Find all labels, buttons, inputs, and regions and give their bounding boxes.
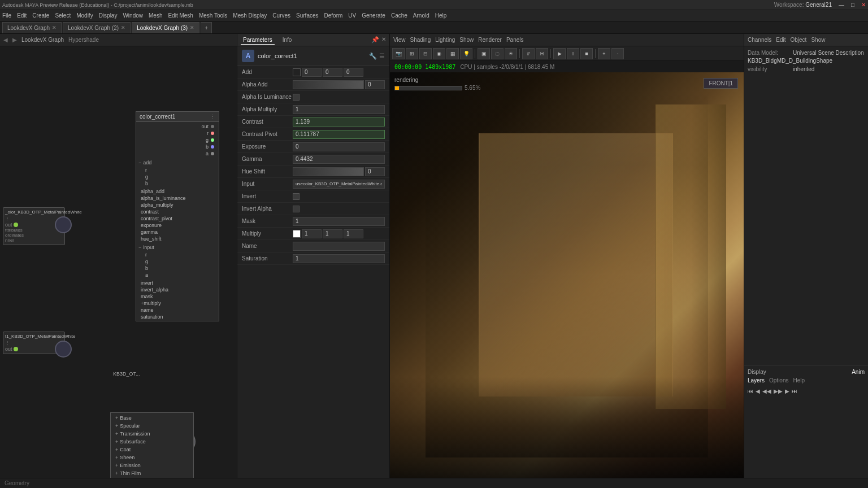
vp-btn-grid[interactable]: # [522,48,535,59]
exposure-input[interactable] [293,142,385,151]
menu-cache[interactable]: Cache [391,12,407,19]
menu-create[interactable]: Create [32,12,49,19]
menu-arnold[interactable]: Arnold [413,12,429,19]
hue-shift-slider[interactable] [293,167,364,176]
input-input[interactable] [293,180,385,189]
right-tab-layers[interactable]: Layers [748,377,765,384]
pb-next-frame[interactable]: ▶ [785,388,789,394]
params-scroll-area[interactable]: Add Alpha Add Alpha Is Luminance [237,66,389,478]
vp-btn-stop[interactable]: ■ [580,48,593,59]
viewport-canvas[interactable]: rendering 5.65% FRONT|1 [390,72,744,478]
vp-menu-view[interactable]: View [393,37,406,43]
add-color-swatch[interactable] [293,68,301,76]
vp-btn-texture[interactable]: ▦ [446,48,459,59]
type-emission[interactable]: +Emission [113,461,191,469]
vp-menu-lighting[interactable]: Lighting [435,37,455,43]
menu-editmesh[interactable]: Edit Mesh [168,12,193,19]
multiply-swatch[interactable] [293,230,301,238]
type-specular[interactable]: +Specular [113,422,191,430]
type-subsurface[interactable]: +Subsurface [113,438,191,446]
hue-shift-input[interactable] [365,167,385,176]
menu-help[interactable]: Help [435,12,447,19]
type-geometry[interactable]: +Geometry [113,477,191,478]
vp-btn-ao[interactable]: ◌ [491,48,504,59]
cc-menu-icon[interactable]: ⋮ [210,114,215,120]
menu-window[interactable]: Window [123,12,143,19]
cc-add-header[interactable]: − add [138,159,216,167]
vp-menu-renderer[interactable]: Renderer [478,37,502,43]
node2-three-dots[interactable]: ⋮ [5,340,63,345]
max-btn[interactable]: □ [851,2,854,8]
rp-channels[interactable]: Channels [748,37,771,43]
vp-btn-ipr[interactable]: I [567,48,579,59]
gamma-input[interactable] [293,155,385,164]
menu-display[interactable]: Display [99,12,118,19]
vp-btn-wireframe[interactable]: ⊟ [419,48,432,59]
nav-forward[interactable]: ▶ [12,37,17,43]
right-anim-label[interactable]: Anim [852,369,865,375]
rp-object[interactable]: Object [791,37,807,43]
close-btn[interactable]: ✕ [861,2,866,8]
node-graph-canvas[interactable]: color_correct1 color_correct1 ⋮ out r [0,46,237,478]
contrast-input[interactable] [293,117,385,127]
menu-mesh[interactable]: Mesh [149,12,162,19]
tab-lookdevx-graph-2[interactable]: LookdevX Graph (2) ✕ [63,22,131,33]
alpha-add-input[interactable] [365,80,385,89]
right-tab-options[interactable]: Options [769,377,788,384]
vp-menu-panels[interactable]: Panels [506,37,524,43]
add-g-input[interactable] [323,68,342,77]
vp-btn-hud[interactable]: H [536,48,548,59]
menu-meshtools[interactable]: Mesh Tools [199,12,227,19]
menu-uv[interactable]: UV [348,12,356,19]
tab-parameters[interactable]: Parameters [241,36,275,45]
name-input[interactable] [293,242,385,251]
rp-show[interactable]: Show [811,37,825,43]
vp-btn-shadow[interactable]: ▣ [478,48,490,59]
contrast-pivot-input[interactable] [293,130,385,139]
tab-lookdevx-graph-3[interactable]: LookdevX Graph (3) ✕ [132,22,199,33]
type-transmission[interactable]: +Transmission [113,430,191,438]
menu-meshdisplay[interactable]: Mesh Display [233,12,267,19]
menu-surfaces[interactable]: Surfaces [296,12,318,19]
nav-back[interactable]: ◀ [3,37,8,43]
saturation-input[interactable] [293,254,385,263]
rp-edit[interactable]: Edit [776,37,785,43]
cc-input-collapse[interactable]: − [138,245,141,250]
min-btn[interactable]: — [839,2,844,8]
alpha-add-slider[interactable] [293,80,364,89]
type-sheen[interactable]: +Sheen [113,454,191,461]
menu-modify[interactable]: Modify [76,12,93,19]
invert-alpha-checkbox[interactable] [293,206,300,212]
vp-btn-light[interactable]: 💡 [460,48,472,59]
vp-btn-frame[interactable]: ⊞ [406,48,418,59]
cc-add-collapse[interactable]: − [138,160,141,165]
pb-start[interactable]: ⏮ [748,388,753,394]
tab-info[interactable]: Info [280,36,294,44]
node1-three-dots[interactable]: ⋮ [5,216,63,221]
vp-btn-smooth[interactable]: ◉ [433,48,445,59]
tab-close-3[interactable]: ✕ [190,25,194,30]
add-b-input[interactable] [344,68,363,77]
vp-btn-plus[interactable]: + [598,48,610,59]
right-tab-help[interactable]: Help [793,377,805,384]
invert-checkbox[interactable] [293,193,300,200]
menu-edit[interactable]: Edit [17,12,27,19]
menu-deform[interactable]: Deform [324,12,343,19]
alpha-multiply-input[interactable] [293,105,385,114]
vp-btn-gi[interactable]: ☀ [505,48,517,59]
vp-btn-render[interactable]: ▶ [553,48,566,59]
multiply-g-input[interactable] [323,229,342,238]
multiply-r-input[interactable] [302,229,322,238]
menu-curves[interactable]: Curves [272,12,290,19]
menu-generate[interactable]: Generate [362,12,385,19]
pb-end[interactable]: ⏭ [792,388,797,394]
params-close-icon[interactable]: ✕ [381,36,386,43]
pb-play-fwd[interactable]: ▶▶ [774,388,783,394]
menu-file[interactable]: File [2,12,11,19]
vp-btn-camera[interactable]: 📷 [392,48,405,59]
alpha-luminance-checkbox[interactable] [293,94,300,101]
tab-lookdevx-graph-1[interactable]: LookdevX Graph ✕ [2,22,62,33]
add-r-input[interactable] [302,68,322,77]
type-thinfilm[interactable]: +Thin Film [113,469,191,477]
cc-input-header[interactable]: − input [138,243,216,251]
